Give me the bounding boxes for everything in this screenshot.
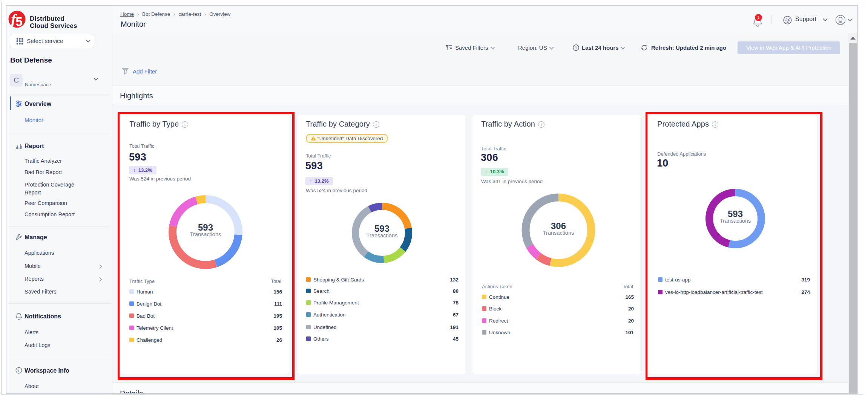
svg-text:@: @ (785, 17, 790, 23)
svg-text:5: 5 (15, 14, 23, 28)
